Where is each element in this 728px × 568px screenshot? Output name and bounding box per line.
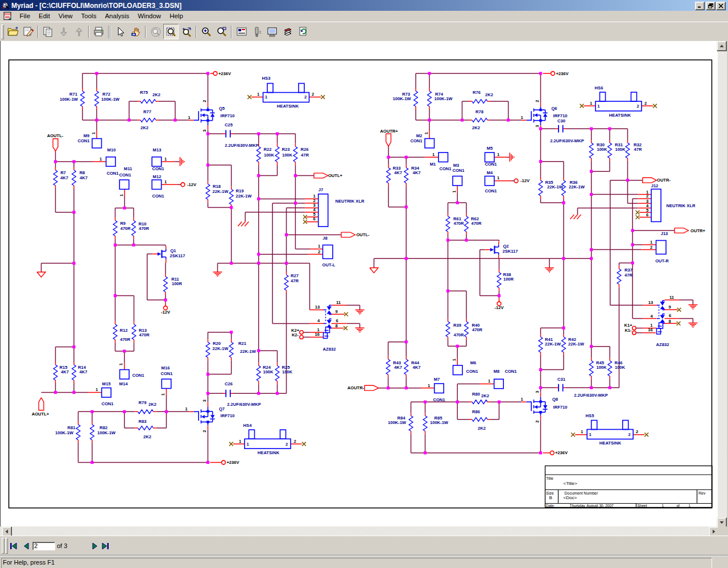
toolbar-edit-button[interactable] <box>20 24 36 39</box>
svg-text:M6: M6 <box>470 360 477 365</box>
svg-text:+236V: +236V <box>555 450 568 455</box>
toolbar-pan-button[interactable] <box>128 24 143 39</box>
toolbar-open-button[interactable] <box>5 24 20 39</box>
svg-text:22K-1W: 22K-1W <box>236 194 253 199</box>
last-page-button[interactable] <box>102 542 109 549</box>
svg-text:9: 9 <box>668 304 671 310</box>
zoom-dynamic-icon <box>181 26 192 38</box>
svg-text:M8: M8 <box>494 369 500 374</box>
svg-text:CON1: CON1 <box>485 162 497 167</box>
svg-text:+236V: +236V <box>226 460 239 465</box>
menu-help[interactable]: Help <box>166 11 188 21</box>
svg-text:100K: 100K <box>597 147 607 152</box>
title-bar[interactable]: Myriad - [C:\CIUFFOLI\Monrio\TOPLOADER3_… <box>0 0 728 11</box>
svg-text:R39: R39 <box>453 323 461 328</box>
toolbar-zoom-extent-button[interactable] <box>148 24 163 39</box>
svg-text:R86: R86 <box>472 409 480 414</box>
down-icon <box>58 26 69 38</box>
svg-text:1: 1 <box>318 244 321 249</box>
svg-text:R26: R26 <box>301 147 309 152</box>
svg-text:AOUTL-: AOUTL- <box>47 133 64 138</box>
svg-text:100K-1W: 100K-1W <box>101 97 120 102</box>
previous-page-button[interactable] <box>22 542 30 549</box>
svg-text:CON1: CON1 <box>119 172 131 178</box>
svg-text:R78: R78 <box>475 109 483 114</box>
svg-text:1: 1 <box>428 383 431 388</box>
zoom-area-icon <box>166 26 177 38</box>
svg-text:2: 2 <box>650 245 652 250</box>
svg-text:470R: 470R <box>120 226 131 231</box>
toolbar-zoom-in-button[interactable] <box>198 24 214 39</box>
first-page-button[interactable] <box>10 542 17 549</box>
scroll-up-button[interactable] <box>717 41 727 51</box>
svg-text:K1+: K1+ <box>624 323 632 328</box>
toolbar-zoom-area-button[interactable] <box>163 24 179 39</box>
horizontal-scrollbar[interactable] <box>0 526 718 536</box>
svg-text:2: 2 <box>318 249 320 254</box>
toolbar-zoom-out-button[interactable] <box>214 24 229 39</box>
svg-text:CON1: CON1 <box>485 188 497 194</box>
toolbar-display-button[interactable] <box>264 24 280 39</box>
svg-text:47R: 47R <box>301 153 309 158</box>
svg-text:100K-1W: 100K-1W <box>392 96 411 101</box>
menu-file[interactable]: File <box>15 11 35 21</box>
svg-text:470R: 470R <box>139 332 150 337</box>
minimize-button[interactable] <box>695 2 705 11</box>
svg-text:Size: Size <box>546 491 554 495</box>
svg-text:C30: C30 <box>557 118 565 124</box>
toolbar-down-button[interactable] <box>56 24 71 39</box>
svg-text:1: 1 <box>497 152 500 157</box>
toolbar-select-button[interactable] <box>113 24 128 39</box>
page-number-input[interactable] <box>32 542 55 550</box>
svg-text:Q2: Q2 <box>503 244 508 249</box>
zoom-extent-icon <box>150 26 162 38</box>
toolbar-copy-button[interactable] <box>40 24 56 39</box>
svg-text:4K7: 4K7 <box>61 369 69 374</box>
connectors-layer <box>92 139 666 398</box>
toolbar-print-button[interactable] <box>91 24 106 39</box>
grounds-layer <box>37 153 697 332</box>
svg-text:4K7: 4K7 <box>60 175 68 180</box>
vertical-scrollbar[interactable] <box>718 41 727 526</box>
svg-text:1: 1 <box>118 363 123 365</box>
myriad-window: {"window":{"title":"Myriad - [C:\\CIUFFO… <box>0 0 728 568</box>
toolbar-layers-button[interactable] <box>280 24 295 39</box>
svg-text:R75: R75 <box>140 90 148 95</box>
svg-text:2K2: 2K2 <box>148 402 156 407</box>
menu-tools[interactable]: Tools <box>77 11 101 21</box>
svg-text:Date:: Date: <box>546 504 555 508</box>
svg-text:2: 2 <box>312 92 314 97</box>
menu-view[interactable]: View <box>54 11 77 21</box>
toolbar-capture-button[interactable] <box>234 24 249 39</box>
svg-text:K2-: K2- <box>292 332 299 337</box>
menu-window[interactable]: Window <box>134 11 166 21</box>
svg-text:2: 2 <box>636 104 639 109</box>
svg-text:AZ832: AZ832 <box>323 347 336 352</box>
toolbar-pen-button[interactable] <box>249 24 264 39</box>
toolbar-up-button[interactable] <box>71 24 86 39</box>
svg-text:4K7: 4K7 <box>394 170 402 175</box>
restore-button[interactable] <box>706 2 715 11</box>
copy-icon <box>43 26 54 38</box>
toolbar-grip[interactable] <box>2 538 5 554</box>
schematic-drawing: +236VR71100K-1WR72100K-1WR772K2R752K2M9C… <box>1 41 718 526</box>
close-button[interactable] <box>716 2 726 11</box>
zoom-out-icon <box>216 26 228 38</box>
toolbar-grip[interactable] <box>1 24 4 39</box>
svg-text:2: 2 <box>636 429 638 434</box>
schematic-canvas[interactable]: +236VR71100K-1WR72100K-1WR772K2R752K2M9C… <box>0 41 718 526</box>
svg-text:3: 3 <box>202 129 207 131</box>
svg-text:Document Number: Document Number <box>565 491 598 495</box>
menu-edit[interactable]: Edit <box>35 11 55 21</box>
capture-icon <box>236 26 247 38</box>
svg-text:100K-1W: 100K-1W <box>60 97 78 102</box>
toolbar-refresh-button[interactable] <box>295 24 311 39</box>
svg-text:2: 2 <box>535 420 540 422</box>
toolbar-zoom-dynamic-button[interactable] <box>179 24 194 39</box>
svg-text:22K-1W: 22K-1W <box>213 346 229 351</box>
next-page-button[interactable] <box>91 542 98 549</box>
svg-text:IRF710: IRF710 <box>553 405 568 410</box>
menu-analysis[interactable]: Analysis <box>101 11 134 21</box>
svg-text:1: 1 <box>239 439 242 444</box>
svg-text:CON1: CON1 <box>452 168 465 173</box>
